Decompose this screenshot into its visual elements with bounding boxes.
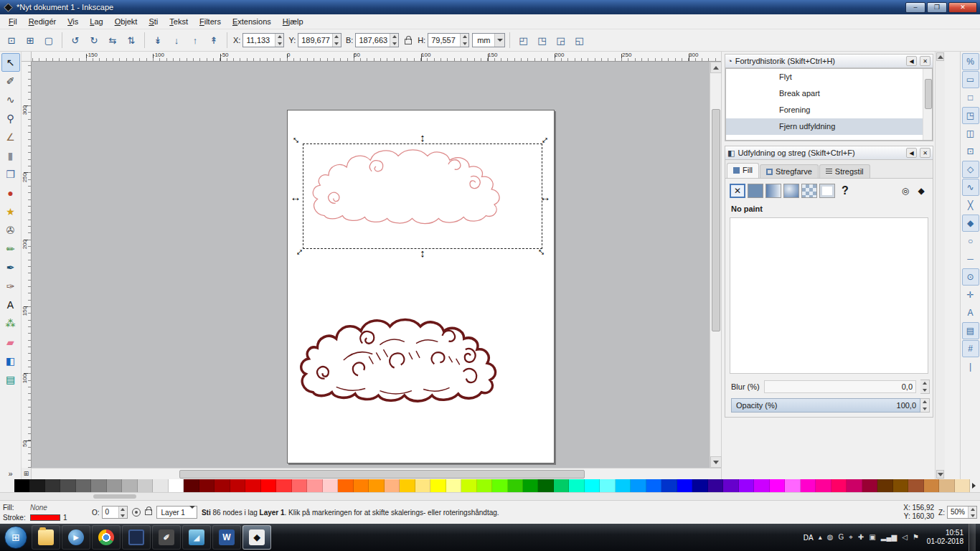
palette-swatch[interactable] — [646, 479, 661, 492]
undo-history-item[interactable]: Forening — [726, 102, 932, 118]
x-field-value[interactable]: 11,133 — [243, 34, 275, 47]
opacity-field[interactable]: O: 0 — [92, 506, 128, 519]
scroll-down-icon[interactable] — [710, 456, 722, 468]
minimize-button[interactable]: – — [905, 2, 925, 13]
palette-swatch[interactable] — [122, 479, 137, 492]
canvas[interactable]: ↔ ↕ ↔ ↔ ↔ ↔ ↕ ↔ — [32, 62, 710, 468]
spin-down-icon[interactable] — [461, 40, 468, 47]
menu-item[interactable]: Vis — [62, 15, 84, 28]
snap-enable-button[interactable]: % — [962, 53, 979, 70]
scale-handle-right[interactable]: ↔ — [540, 191, 551, 202]
snap-smooth-node-button[interactable]: ○ — [962, 232, 979, 250]
paint-unknown-button[interactable]: ? — [837, 184, 853, 198]
snap-midpoint-button[interactable]: ─ — [962, 250, 979, 268]
fill-rule-nonzero-button[interactable]: ◆ — [914, 184, 928, 198]
layer-lock-icon[interactable] — [145, 509, 152, 515]
select-all-layers-icon[interactable]: ⊞ — [22, 32, 39, 49]
close-button[interactable]: ✕ — [948, 2, 977, 13]
palette-swatch[interactable] — [215, 479, 230, 492]
palette-swatch[interactable] — [692, 479, 707, 492]
unit-dropdown[interactable]: mm — [472, 33, 505, 47]
height-field-value[interactable]: 79,557 — [428, 34, 460, 47]
chevron-down-icon[interactable] — [494, 34, 504, 47]
palette-swatch[interactable] — [924, 479, 939, 492]
spin-down-icon[interactable] — [920, 387, 929, 393]
word[interactable]: W — [212, 525, 241, 550]
palette-swatch[interactable] — [338, 479, 353, 492]
scale-handle-bottom[interactable]: ↕ — [417, 247, 428, 258]
paint-none-button[interactable]: ✕ — [730, 184, 745, 198]
spin-down-icon[interactable] — [119, 512, 127, 518]
security-icon[interactable]: ✚ — [858, 534, 864, 541]
palette-swatch[interactable] — [585, 479, 600, 492]
y-field-value[interactable]: 189,677 — [298, 34, 332, 47]
palette-swatch[interactable] — [477, 479, 492, 492]
y-field[interactable]: Y: 189,677 — [288, 33, 341, 47]
spin-up-icon[interactable] — [920, 399, 929, 405]
palette-swatch[interactable] — [955, 479, 970, 492]
palette-swatch[interactable] — [169, 479, 184, 492]
palette-swatch[interactable] — [199, 479, 215, 492]
spin-down-icon[interactable] — [275, 40, 283, 47]
palette-swatch[interactable] — [847, 479, 862, 492]
palette-swatch[interactable] — [307, 479, 322, 492]
pencil-tool[interactable]: ✏ — [1, 240, 20, 258]
menu-item[interactable]: Lag — [84, 15, 108, 28]
flip-vertical-icon[interactable]: ⇅ — [123, 32, 140, 49]
spiral-tool[interactable]: ✇ — [1, 221, 20, 240]
palette-swatch[interactable] — [908, 479, 923, 492]
spin-up-icon[interactable] — [333, 34, 341, 40]
palette-swatch[interactable] — [631, 479, 646, 492]
snap-object-center-button[interactable]: ⊙ — [962, 268, 979, 286]
affect-gradient-icon[interactable]: ◲ — [552, 32, 569, 49]
menu-item[interactable]: Redigér — [23, 15, 62, 28]
affect-pattern-icon[interactable]: ◱ — [570, 32, 588, 49]
text-tool[interactable]: A — [1, 296, 20, 314]
hidden-icons-chevron[interactable]: ▴ — [819, 534, 822, 541]
raise-to-top-icon[interactable]: ↟ — [205, 32, 222, 49]
rotate-cw-icon[interactable]: ↻ — [85, 32, 103, 49]
palette-swatch[interactable] — [430, 479, 446, 492]
palette-menu-button[interactable] — [970, 479, 980, 492]
height-field[interactable]: H: 79,557 — [418, 33, 469, 47]
photo-viewer[interactable]: ◢ — [182, 525, 211, 550]
snap-intersection-button[interactable]: ╳ — [962, 197, 979, 214]
selector-tool[interactable]: ↖ — [1, 53, 20, 72]
palette-swatch[interactable] — [76, 479, 91, 492]
calligraphy-tool[interactable]: ✑ — [1, 277, 20, 296]
tweak-tool[interactable]: ∿ — [1, 90, 20, 109]
palette-swatch[interactable] — [816, 479, 831, 492]
vertical-scrollbar[interactable] — [710, 62, 721, 468]
undo-history-item[interactable]: Flyt — [726, 69, 932, 85]
inkscape[interactable]: ◆ — [242, 525, 271, 550]
star-tool[interactable]: ★ — [1, 202, 20, 221]
location-icon[interactable]: ⌖ — [849, 534, 853, 541]
paint-pattern-button[interactable] — [801, 184, 817, 198]
menu-item[interactable]: Filters — [194, 15, 227, 28]
gradient-tool[interactable]: ▤ — [1, 370, 20, 389]
palette-swatch[interactable] — [138, 479, 153, 492]
horizontal-scroll-thumb[interactable] — [179, 470, 585, 479]
snap-bbox-midpoint-button[interactable]: ◫ — [962, 125, 979, 142]
spray-tool[interactable]: ⁂ — [1, 314, 20, 333]
node-tool[interactable]: ✐ — [1, 72, 20, 90]
palette-swatch[interactable] — [785, 479, 800, 492]
network-icon[interactable]: ▂▄▆ — [881, 534, 897, 541]
scroll-up-icon[interactable] — [936, 52, 944, 61]
menu-item[interactable]: Sti — [143, 15, 164, 28]
palette-swatch[interactable] — [261, 479, 276, 492]
palette-scroll-thumb[interactable] — [93, 494, 136, 499]
lower-to-bottom-icon[interactable]: ↡ — [149, 32, 166, 49]
dock-scrollbar[interactable] — [935, 52, 945, 479]
flag-icon[interactable]: ⚑ — [913, 534, 919, 541]
horizontal-ruler[interactable]: -150-100-50050100150200250300 — [32, 52, 721, 62]
spin-down-icon[interactable] — [390, 40, 398, 47]
palette-swatch[interactable] — [739, 479, 754, 492]
zoom-value[interactable]: 50% — [948, 507, 968, 518]
palette-swatch[interactable] — [14, 479, 29, 492]
power-icon[interactable]: ◍ — [827, 534, 834, 541]
snap-text-baseline-button[interactable]: A — [962, 304, 979, 321]
palette-swatch[interactable] — [569, 479, 584, 492]
zoom-tool[interactable]: ⚲ — [1, 109, 20, 128]
menu-item[interactable]: Fil — [3, 15, 23, 28]
